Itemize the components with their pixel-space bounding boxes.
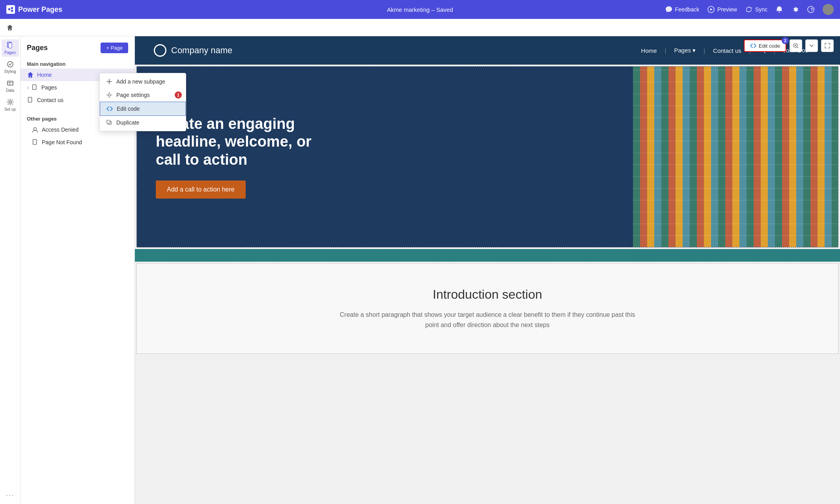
edit-code-button[interactable]: Edit code 2	[744, 39, 786, 52]
edit-code-badge: 2	[782, 37, 789, 44]
styling-label: Styling	[4, 69, 16, 74]
sidebar-icons: Pages Styling Data Set up ···	[0, 36, 21, 504]
home-nav-icon	[27, 71, 34, 78]
context-page-settings[interactable]: Page settings 1	[100, 88, 186, 102]
fullscreen-button[interactable]	[821, 39, 834, 52]
data-icon	[6, 79, 14, 87]
svg-text:?: ?	[810, 7, 813, 12]
contact-icon	[27, 97, 34, 104]
edit-code-context-label: Edit code	[117, 106, 140, 112]
page-settings-label: Page settings	[116, 92, 150, 98]
notifications-icon[interactable]	[775, 6, 783, 13]
add-subpage-label: Add a new subpage	[116, 78, 165, 85]
canvas-area: Edit code 2 Company name Hom	[135, 36, 840, 504]
site-logo-text: Company name	[171, 45, 232, 56]
feedback-button[interactable]: Feedback	[665, 6, 699, 13]
chevron-down-icon	[809, 43, 814, 48]
site-nav-pages: Pages ▾	[666, 47, 704, 54]
context-menu: Add a new subpage Page settings 1 Edit c…	[99, 73, 186, 131]
svg-rect-17	[32, 85, 36, 90]
hero-image-inner	[633, 67, 838, 247]
home-nav-button[interactable]	[6, 24, 13, 31]
page-settings-icon	[106, 92, 112, 98]
zoom-in-icon	[793, 43, 799, 48]
intro-section: Introduction section Create a short para…	[136, 263, 838, 354]
sync-label: Sync	[755, 6, 767, 13]
setup-icon	[6, 98, 14, 106]
add-subpage-icon	[106, 78, 112, 85]
svg-point-21	[108, 94, 110, 96]
more-options-dots[interactable]: ···	[6, 491, 14, 499]
pages-label: Pages	[4, 50, 15, 55]
sync-button[interactable]: Sync	[745, 6, 767, 13]
page-not-found-icon	[32, 139, 39, 146]
home-icon	[6, 24, 13, 31]
zoom-in-button[interactable]	[790, 39, 802, 52]
app-logo: Power Pages	[6, 5, 62, 14]
svg-rect-18	[28, 97, 32, 102]
hero-cta-button[interactable]: Add a call to action here	[156, 180, 246, 199]
logo-icon	[6, 5, 15, 14]
svg-rect-3	[11, 10, 13, 12]
main-layout: Pages Styling Data Set up ··· Pages + Pa…	[0, 36, 840, 504]
svg-rect-13	[7, 81, 13, 85]
svg-rect-2	[11, 7, 13, 9]
svg-marker-5	[710, 8, 713, 11]
svg-point-19	[34, 128, 36, 130]
context-edit-code[interactable]: Edit code	[100, 102, 186, 116]
feedback-label: Feedback	[675, 6, 699, 13]
add-page-button[interactable]: + Page	[101, 43, 128, 53]
hero-content: Create an engaging headline, welcome, or…	[137, 67, 633, 247]
fullscreen-icon	[825, 43, 830, 48]
pages-panel-header: Pages + Page	[21, 43, 134, 58]
data-label: Data	[6, 88, 14, 93]
user-avatar[interactable]	[823, 4, 834, 15]
contact-nav-label: Contact us	[37, 97, 63, 103]
canvas-toolbar: Edit code 2	[737, 36, 840, 55]
sidebar-item-setup[interactable]: Set up	[2, 96, 19, 113]
preview-button[interactable]: Preview	[707, 6, 737, 13]
settings-badge: 1	[175, 91, 182, 99]
topbar: Power Pages Akme marketing – Saved Feedb…	[0, 0, 840, 19]
page-icon	[31, 84, 38, 91]
context-duplicate[interactable]: Duplicate	[100, 116, 186, 129]
home-nav-label: Home	[37, 72, 52, 78]
svg-rect-20	[33, 139, 37, 145]
help-icon[interactable]: ?	[807, 6, 815, 13]
sidebar-item-pages[interactable]: Pages	[2, 39, 19, 57]
access-denied-label: Access Denied	[42, 126, 78, 133]
vscode-edit-code-icon	[106, 106, 113, 112]
edit-code-label: Edit code	[759, 43, 780, 49]
site-header: Company name Home | Pages ▾ | Contact us…	[135, 36, 840, 65]
site-logo-circle	[154, 44, 166, 57]
svg-point-16	[9, 101, 11, 103]
pages-nav-label: Pages	[41, 84, 57, 91]
preview-label: Preview	[717, 6, 737, 13]
duplicate-label: Duplicate	[116, 119, 139, 126]
main-nav-title: Main navigation	[21, 58, 134, 69]
site-logo: Company name	[154, 44, 232, 57]
hero-section: Create an engaging headline, welcome, or…	[136, 66, 838, 247]
site-nav-home: Home	[633, 47, 665, 54]
hero-image	[633, 67, 838, 247]
app-name: Power Pages	[18, 6, 62, 14]
vscode-icon	[750, 43, 756, 49]
settings-topbar-icon[interactable]	[791, 6, 799, 13]
intro-title: Introduction section	[433, 287, 542, 302]
pages-chevron-icon: ›	[27, 84, 29, 91]
styling-icon	[6, 60, 14, 68]
pages-icon	[6, 41, 14, 49]
sidebar-item-data[interactable]: Data	[2, 77, 19, 95]
context-add-subpage[interactable]: Add a new subpage	[100, 75, 186, 88]
setup-label: Set up	[4, 107, 16, 112]
pages-panel-title: Pages	[27, 44, 48, 52]
access-denied-icon	[32, 126, 39, 133]
website-preview: Company name Home | Pages ▾ | Contact us…	[135, 36, 840, 504]
nav-item-page-not-found[interactable]: Page Not Found	[21, 136, 134, 149]
intro-text: Create a short paragraph that shows your…	[338, 310, 637, 330]
secondary-nav	[0, 19, 840, 36]
svg-rect-23	[107, 120, 110, 123]
zoom-dropdown-button[interactable]	[805, 39, 818, 52]
svg-line-27	[797, 47, 798, 48]
sidebar-item-styling[interactable]: Styling	[2, 58, 19, 76]
